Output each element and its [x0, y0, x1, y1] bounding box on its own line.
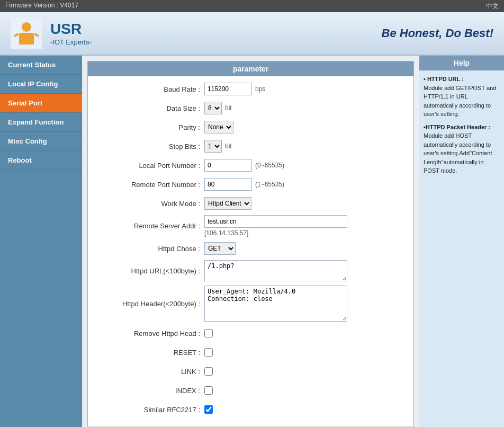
link-label: LINK : — [98, 368, 204, 376]
help-content: • HTTPD URL : Module add GET/POST and HT… — [419, 70, 504, 184]
header: USR -IOT Experts- Be Honest, Do Best! — [0, 12, 504, 56]
help-title-1: • HTTPD URL : — [424, 76, 464, 82]
help-panel: Help • HTTPD URL : Module add GET/POST a… — [419, 56, 504, 427]
httpd-chose-select[interactable]: GET POST — [204, 242, 236, 255]
httpd-url-input[interactable]: /1.php? — [204, 260, 347, 281]
index-label: INDEX : — [98, 387, 204, 395]
brand-slogan: Be Honest, Do Best! — [382, 26, 493, 40]
baud-rate-value: bps — [204, 83, 265, 95]
baud-rate-row: Baud Rate : bps — [98, 82, 403, 96]
parity-label: Parity : — [98, 123, 204, 131]
remove-httpd-row: Remove Httpd Head : — [98, 326, 403, 341]
help-text-2: Module add HOST automatically according … — [424, 132, 492, 174]
remote-port-input[interactable] — [204, 178, 252, 191]
data-size-select[interactable]: 8 — [204, 102, 222, 114]
data-size-label: Data Size : — [98, 104, 204, 112]
sidebar-item-reboot[interactable]: Reboot — [0, 151, 82, 170]
stop-bits-label: Stop Bits : — [98, 143, 204, 150]
parity-row: Parity : None — [98, 120, 403, 135]
local-port-input[interactable] — [204, 159, 252, 172]
logo-icon — [11, 17, 42, 49]
stop-bits-select[interactable]: 1 — [204, 140, 222, 153]
httpd-url-value: /1.php? — [204, 260, 347, 281]
remote-server-value: [106.14.135.57] — [204, 215, 347, 237]
reset-checkbox[interactable] — [204, 348, 213, 357]
work-mode-row: Work Mode : Httpd Client — [98, 196, 403, 211]
rfc2217-row: Similar RFC2217 : — [98, 402, 403, 417]
sidebar-item-current-status[interactable]: Current Status — [0, 56, 82, 75]
logo-body — [19, 33, 34, 45]
help-item-2: •HTTPD Packet Header : Module add HOST a… — [424, 123, 500, 175]
work-mode-value: Httpd Client — [204, 197, 251, 210]
header-left: USR -IOT Experts- — [11, 17, 92, 49]
brand-sub: -IOT Experts- — [50, 38, 92, 47]
httpd-chose-label: Httpd Chose : — [98, 245, 204, 253]
local-port-hint: (0~65535) — [255, 162, 284, 169]
logo-arm-right — [34, 33, 40, 37]
link-row: LINK : — [98, 364, 403, 379]
sidebar-item-local-ip-config[interactable]: Local IP Config — [0, 75, 82, 94]
top-bar: Firmware Version : V4017 中文 — [0, 0, 504, 12]
help-item-1: • HTTPD URL : Module add GET/POST and HT… — [424, 75, 500, 119]
firmware-version: Firmware Version : V4017 — [5, 2, 78, 11]
reset-label: RESET : — [98, 349, 204, 357]
remove-httpd-label: Remove Httpd Head : — [98, 330, 204, 337]
help-text-1: Module add GET/POST and HTTP/1.1 in URL … — [424, 85, 496, 118]
reset-row: RESET : — [98, 345, 403, 360]
work-mode-select[interactable]: Httpd Client — [204, 197, 251, 210]
local-port-row: Local Port Number : (0~65535) — [98, 158, 403, 173]
parity-value: None — [204, 121, 233, 134]
index-row: INDEX : — [98, 383, 403, 398]
remote-server-row: Remote Server Addr : [106.14.135.57] — [98, 215, 403, 237]
index-value — [204, 386, 213, 395]
link-value — [204, 367, 213, 376]
remote-server-label: Remote Server Addr : — [98, 222, 204, 230]
content: parameter Baud Rate : bps Data Size : 8 — [82, 56, 419, 427]
sidebar-item-serial-port[interactable]: Serial Port — [0, 94, 82, 113]
remote-port-label: Remote Port Number : — [98, 181, 204, 189]
httpd-chose-value: GET POST — [204, 242, 236, 255]
stop-bits-unit: bit — [225, 143, 232, 150]
httpd-header-value: User_Agent: Mozilla/4.0 Connection: clos… — [204, 286, 347, 322]
logo-arm-left — [14, 33, 20, 37]
remote-server-ip: [106.14.135.57] — [204, 229, 248, 237]
httpd-header-label: Httpd Header(<200byte) : — [98, 300, 204, 308]
link-checkbox[interactable] — [204, 367, 213, 376]
param-box: parameter Baud Rate : bps Data Size : 8 — [87, 61, 414, 427]
index-checkbox[interactable] — [204, 386, 213, 395]
baud-rate-label: Baud Rate : — [98, 85, 204, 93]
remote-port-row: Remote Port Number : (1~65535) — [98, 177, 403, 192]
local-port-label: Local Port Number : — [98, 162, 204, 170]
httpd-header-input[interactable]: User_Agent: Mozilla/4.0 Connection: clos… — [204, 286, 347, 322]
data-size-unit: bit — [225, 104, 232, 112]
work-mode-label: Work Mode : — [98, 200, 204, 208]
baud-rate-unit: bps — [255, 85, 265, 93]
stop-bits-row: Stop Bits : 1 bit — [98, 139, 403, 154]
reset-value — [204, 348, 213, 357]
sidebar: Current Status Local IP Config Serial Po… — [0, 56, 82, 427]
httpd-chose-row: Httpd Chose : GET POST — [98, 241, 403, 256]
brand-name: USR — [50, 20, 92, 38]
rfc2217-value — [204, 405, 213, 414]
local-port-value: (0~65535) — [204, 159, 284, 172]
httpd-url-label: Httpd URL(<100byte) : — [98, 267, 204, 275]
data-size-value: 8 bit — [204, 102, 232, 114]
baud-rate-input[interactable] — [204, 83, 252, 95]
httpd-header-row: Httpd Header(<200byte) : User_Agent: Moz… — [98, 286, 403, 322]
data-size-row: Data Size : 8 bit — [98, 101, 403, 115]
httpd-url-row: Httpd URL(<100byte) : /1.php? — [98, 260, 403, 281]
remove-httpd-checkbox[interactable] — [204, 329, 213, 337]
logo-head — [22, 22, 31, 32]
parity-select[interactable]: None — [204, 121, 233, 134]
remove-httpd-value — [204, 329, 213, 337]
help-header: Help — [419, 56, 504, 70]
sidebar-item-expand-function[interactable]: Expand Function — [0, 113, 82, 132]
remote-server-input[interactable] — [204, 215, 347, 228]
stop-bits-value: 1 bit — [204, 140, 232, 153]
main-layout: Current Status Local IP Config Serial Po… — [0, 56, 504, 427]
rfc2217-checkbox[interactable] — [204, 405, 213, 414]
sidebar-item-misc-config[interactable]: Misc Config — [0, 132, 82, 151]
language-switch[interactable]: 中文 — [486, 2, 499, 11]
rfc2217-label: Similar RFC2217 : — [98, 406, 204, 414]
param-body: Baud Rate : bps Data Size : 8 bit — [88, 76, 413, 426]
